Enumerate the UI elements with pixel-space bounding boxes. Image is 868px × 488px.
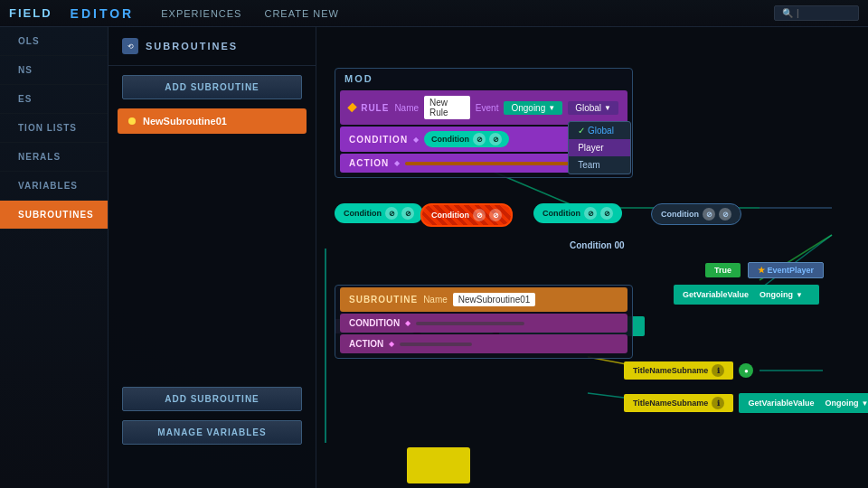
sub-condition-label: CONDITION [349,318,400,328]
titlename-node-1[interactable]: TitleNameSubname ℹ [624,361,733,380]
float-cond-text-2: Condition [431,211,469,220]
condition-node-text: Condition [431,135,469,144]
panel-title: SUBROUTINES [146,41,238,52]
event-player-button[interactable]: ★ EventPlayer [748,262,824,278]
sub-action-bar [400,343,472,346]
sub-condition-bar [416,322,524,325]
editor-label: EDITOR [71,6,135,21]
rule-row: RULE Name New Rule Event Ongoing ▼ Globa… [340,90,627,125]
mod-panel: MOD RULE Name New Rule Event Ongoing ▼ G… [335,68,633,178]
rule-label: RULE [361,103,389,113]
chevron-icon-1: ▼ [796,291,803,299]
circle-icon-1: ⊘ [473,133,486,145]
sub-cond-connector: ◆ [405,319,410,327]
float-icon-1b: ⊘ [401,207,414,220]
titlename-label-1: TitleNameSubname [633,366,708,375]
rule-name-field[interactable]: New Rule [424,96,470,119]
sidebar-item-nerals[interactable]: NERALS [0,143,108,172]
search-input[interactable] [797,8,851,18]
ongoing-label-3: Ongoing [825,399,858,408]
manage-variables-button[interactable]: MANAGE VARIABLES [122,420,302,445]
mod-title: MOD [335,69,632,89]
condition-node[interactable]: Condition ⊘ ⊘ [424,131,509,147]
condition-00-label: Condition 00 [570,240,625,250]
brand-label: FIELD [9,6,52,20]
sidebar: OLS NS ES TION LISTS NERALS VARIABLES SU… [0,27,108,488]
dropdown-item-global[interactable]: ✓ Global [569,122,630,139]
titlename-info-icon-2: ℹ [712,397,724,409]
condition-label: CONDITION [349,135,408,145]
get-variable-node-3[interactable]: GetVariableValue Ongoing ▼ [739,393,868,413]
sidebar-item-es[interactable]: ES [0,85,108,114]
subroutine-condition-row: CONDITION ◆ [340,314,627,333]
yellow-block [407,447,470,483]
titlename-node-2[interactable]: TitleNameSubname ℹ [624,394,733,412]
get-variable-node-1[interactable]: GetVariableValue Ongoing ▼ [674,285,819,305]
get-variable-row-1: GetVariableValue Ongoing ▼ [674,285,819,305]
true-button[interactable]: True [705,263,741,277]
star-icon: ★ [758,266,765,275]
chevron-ongoing-3: ▼ [861,399,868,408]
panel-header: ⟲ SUBROUTINES [108,27,316,66]
connector-dot-2: ◆ [394,159,400,167]
titlename-info-icon: ℹ [712,364,724,377]
event-dropdown[interactable]: Ongoing ▼ [504,101,562,115]
subroutine-name-label: Name [423,295,448,305]
subroutine-name-value[interactable]: NewSubroutine01 [453,293,536,306]
subroutine-action-row: ACTION ◆ [340,334,627,353]
true-event-row: True ★ EventPlayer [705,262,824,278]
dropdown-item-player[interactable]: Player [569,139,630,156]
scope-dropdown[interactable]: Global ▼ [568,101,618,115]
subroutine-block-label: SUBROUTINE [349,295,418,305]
float-icon-4b: ⊘ [719,208,731,221]
sub-action-connector: ◆ [389,340,394,348]
top-navigation: FIELD EDITOR EXPERIENCES CREATE NEW 🔍 [0,0,868,27]
event-label: Event [476,103,499,113]
subroutine-list-item[interactable]: NewSubroutine01 [118,108,307,134]
nav-experiences[interactable]: EXPERIENCES [161,8,241,19]
titlename-row-2: TitleNameSubname ℹ GetVariableValue Ongo… [624,393,868,413]
sidebar-item-ns[interactable]: NS [0,56,108,85]
add-subroutine-button[interactable]: ADD SUBROUTINE [122,75,302,99]
search-icon: 🔍 [782,8,793,18]
float-icon-3a: ⊘ [584,207,597,220]
scope-value: Global [575,103,601,113]
add-subroutine-bottom-button[interactable]: ADD SUBROUTINE [122,387,302,411]
floating-condition-1[interactable]: Condition ⊘ ⊘ [335,203,423,223]
event-player-label: EventPlayer [768,266,815,275]
sidebar-item-variables[interactable]: VARIABLES [0,172,108,201]
scope-dropdown-menu: ✓ Global Player Team [568,121,631,174]
float-icon-2b: ⊘ [489,209,502,221]
checkmark-icon: ✓ [578,126,585,136]
ongoing-dropdown-3[interactable]: Ongoing ▼ [817,396,868,410]
nav-create-new[interactable]: CREATE NEW [264,8,339,19]
get-variable-label-1: GetVariableValue [683,290,749,299]
float-cond-text-4: Condition [661,210,699,219]
sidebar-item-subroutines[interactable]: SUBROUTINES [0,201,108,230]
sidebar-item-tion-lists[interactable]: TION LISTS [0,114,108,143]
ongoing-dropdown-1[interactable]: Ongoing ▼ [752,287,810,302]
chevron-down-icon: ▼ [548,104,555,112]
subroutine-name: NewSubroutine01 [143,116,227,127]
sub-action-label: ACTION [349,339,383,349]
subroutines-panel: ⟲ SUBROUTINES ADD SUBROUTINE NewSubrouti… [108,27,316,488]
event-value: Ongoing [511,103,545,113]
floating-condition-4[interactable]: Condition ⊘ ⊘ [651,203,741,225]
titlename-label-2: TitleNameSubname [633,399,708,408]
titlename-row-1: TitleNameSubname ℹ ● [624,361,753,380]
float-cond-text-3: Condition [542,209,580,218]
search-bar[interactable]: 🔍 [774,5,859,21]
connector-dot: ◆ [413,136,419,144]
get-variable-label-3: GetVariableValue [748,399,814,408]
float-cond-text-1: Condition [344,209,382,218]
dropdown-item-team[interactable]: Team [569,156,630,174]
panel-icon: ⟲ [122,38,138,54]
float-icon-4a: ⊘ [703,208,715,221]
subroutine-header-row: SUBROUTINE Name NewSubroutine01 [340,287,627,312]
floating-condition-2[interactable]: Condition ⊘ ⊘ [420,203,513,227]
ongoing-label-1: Ongoing [760,290,793,299]
floating-condition-3[interactable]: Condition ⊘ ⊘ [533,203,622,223]
float-icon-2a: ⊘ [473,209,486,221]
sidebar-item-ols[interactable]: OLS [0,27,108,56]
float-icon-1a: ⊘ [385,207,398,220]
